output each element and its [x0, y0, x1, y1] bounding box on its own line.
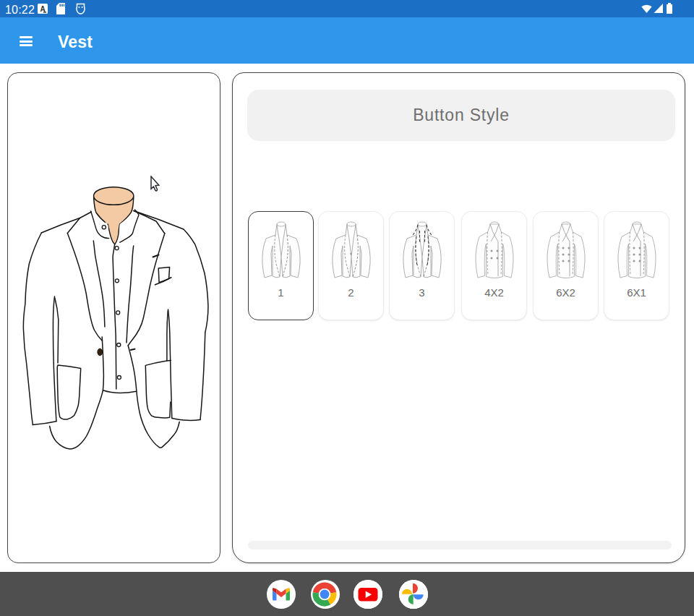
svg-text:A: A [40, 5, 45, 13]
